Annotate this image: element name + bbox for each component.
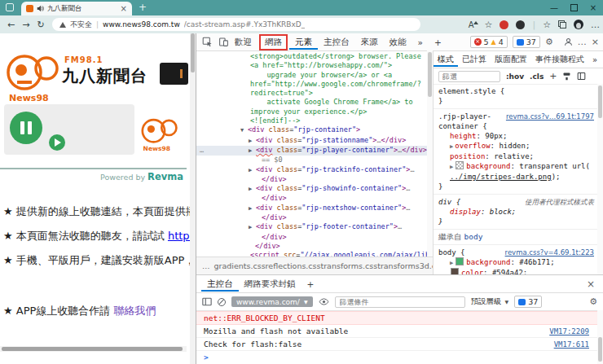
console-close-icon[interactable]: × <box>587 278 598 290</box>
errors-warnings-badge[interactable]: × 5 ▲ 4 <box>470 36 508 48</box>
css-property[interactable]: height: 90px; <box>438 131 594 141</box>
code-line[interactable]: ▶<div class="rjp-nextshow-container">… <box>196 204 427 213</box>
read-aloud-icon[interactable]: A <box>469 20 478 29</box>
devtools-close-icon[interactable]: × <box>592 37 599 47</box>
color-swatch-icon[interactable] <box>456 257 464 265</box>
console-prompt[interactable]: > <box>196 351 603 363</box>
code-line[interactable]: activate Google Chrome Frame</a> to <box>196 98 427 107</box>
inspect-element-icon[interactable] <box>202 37 213 47</box>
css-property[interactable]: position: relative; <box>438 151 594 161</box>
code-line[interactable]: improve your experience.</p> <box>196 107 427 116</box>
expand-arrow-icon[interactable]: ▶ <box>450 143 453 150</box>
color-swatch-icon[interactable] <box>451 268 459 274</box>
code-line[interactable]: <![endif]--> <box>196 116 427 125</box>
row-menu-dots-icon[interactable]: … <box>200 146 205 155</box>
devtools-tab-元素[interactable]: 元素 <box>289 34 318 50</box>
css-url-link[interactable]: ../img/stripes-dark.png <box>450 173 552 181</box>
expand-arrow-icon[interactable]: ▶ <box>450 164 453 170</box>
page-horizontal-scrollbar[interactable] <box>0 346 187 352</box>
expand-arrow-icon[interactable]: ▶ <box>450 260 453 266</box>
code-line[interactable]: ▶<div class="rjp-showinfo-container">… <box>196 184 427 194</box>
css-selector[interactable]: div { <box>438 198 460 206</box>
console-source-link[interactable]: VM17:2209 <box>549 327 596 335</box>
styles-scrollbar[interactable] <box>597 84 603 274</box>
devtools-menu-icon[interactable]: … <box>578 37 587 47</box>
transparent-swatch-icon[interactable] <box>456 161 464 169</box>
code-line[interactable]: </div> <box>196 213 427 222</box>
profile-avatar[interactable] <box>574 20 583 29</box>
css-property[interactable]: color: #594a42; <box>438 268 594 274</box>
adblock-extension-icon[interactable] <box>500 20 508 29</box>
issues-badge[interactable]: 37 <box>513 36 540 48</box>
log-level-dropdown[interactable]: 預設層級▼ <box>471 296 509 307</box>
code-line[interactable]: ▶<div class="rjp-footer-container">… <box>196 222 427 232</box>
css-property[interactable]: ▶background: transparent url( ../img/str… <box>438 161 594 182</box>
code-line[interactable]: …▶<div class="rjp-player-container">…</d… <box>196 146 427 156</box>
devtools-tab-主控台[interactable]: 主控台 <box>318 34 355 50</box>
not-secure-warning-icon[interactable] <box>59 22 66 28</box>
devtools-tab-網路[interactable]: 網路 <box>259 34 288 50</box>
devtools-tab-來源[interactable]: 來源 <box>355 34 384 50</box>
stylesheet-source-link[interactable]: revma.css?v…69.1t:1797 <box>506 112 594 121</box>
back-button[interactable]: ← <box>7 20 15 30</box>
styles-filter-input[interactable] <box>438 71 500 82</box>
page-vertical-scrollbar[interactable] <box>190 33 196 364</box>
maximize-button[interactable] <box>564 0 583 15</box>
clear-console-icon[interactable] <box>218 298 226 306</box>
code-line[interactable]: ▼<div class="rjp-container"> <box>196 125 427 135</box>
address-bar[interactable]: 不安全 | www.news98.com.tw/cast-stream.asp#… <box>52 18 420 31</box>
favorite-this-page-icon[interactable]: ☆ <box>485 20 493 30</box>
css-property[interactable]: display: block; <box>438 207 594 217</box>
code-line[interactable]: redirect=true"> <box>196 89 427 98</box>
console-settings-icon[interactable]: ⚙ <box>589 296 597 307</box>
styles-tab-版面配置[interactable]: 版面配置 <box>491 51 531 67</box>
code-line[interactable]: ▶<div class="rjp-stationname">…</div> <box>196 136 427 146</box>
code-line[interactable]: <strong>outdated</strong> browser. Pleas… <box>196 52 427 61</box>
window-close-button[interactable]: × <box>583 0 603 15</box>
device-toolbar-icon[interactable] <box>218 37 229 47</box>
code-line[interactable]: ▶<div class="rjp-trackinfo-container">… <box>196 165 427 175</box>
inline-link[interactable]: 聯絡我們 <box>114 305 156 317</box>
code-line[interactable]: <a href="http://browsehappy.com/"> <box>196 61 427 70</box>
devtools-tab-效能[interactable]: 效能 <box>384 34 412 50</box>
new-style-rule-button[interactable]: + <box>549 71 557 81</box>
tab-close-icon[interactable]: × <box>121 5 127 13</box>
paint-format-icon[interactable] <box>562 72 571 81</box>
css-selector[interactable]: body { <box>438 248 465 257</box>
browser-tab[interactable]: 九八新聞台 × <box>21 2 132 15</box>
code-line[interactable]: == $0 <box>196 156 427 164</box>
console-tab-主控台[interactable]: 主控台 <box>201 276 239 292</box>
extension-icon[interactable] <box>516 20 525 29</box>
elements-breadcrumb[interactable]: … gradients.cssreflections.csstransforms… <box>196 257 433 274</box>
console-tab-+[interactable]: + <box>302 277 320 291</box>
devtools-settings-icon[interactable]: ⚙ <box>545 37 553 47</box>
browser-menu-icon[interactable]: … <box>591 20 600 30</box>
element-classes-button[interactable]: .cls <box>530 72 544 81</box>
css-selector[interactable]: element.style { <box>438 87 504 95</box>
toggle-element-state-button[interactable]: :hov <box>506 72 524 81</box>
devtools-tab-歡迎[interactable]: 歡迎 <box>229 34 257 50</box>
revma-brand-link[interactable]: Revma <box>147 171 183 182</box>
code-line[interactable]: </div> <box>196 233 427 242</box>
code-line[interactable]: upgrade your browser</a> or <a <box>196 71 427 80</box>
tab-audio-speaker-icon[interactable] <box>37 5 44 12</box>
live-expression-eye-icon[interactable] <box>319 298 329 305</box>
feedback-icon[interactable] <box>564 37 573 46</box>
collections-icon[interactable] <box>558 20 566 29</box>
tab-actions-icon[interactable] <box>6 3 14 11</box>
css-property[interactable]: ▶background: #46b171; <box>438 257 594 268</box>
console-tab-網路要求封鎖[interactable]: 網路要求封鎖 <box>239 276 302 292</box>
computed-panel-icon[interactable] <box>577 72 586 81</box>
console-issues-badge[interactable]: 37 <box>514 296 542 308</box>
forward-button[interactable]: → <box>22 20 29 30</box>
console-scrollbar[interactable] <box>597 310 603 364</box>
css-selector[interactable]: .rjp-player-container { <box>438 112 491 130</box>
console-filter-input[interactable] <box>335 296 465 308</box>
inline-link[interactable]: http://www <box>168 230 190 242</box>
stylesheet-source-link[interactable]: revma.css?v=4.69.1t:223 <box>505 248 594 257</box>
elements-scrollbar[interactable] <box>427 50 433 257</box>
volume-button[interactable] <box>49 134 65 151</box>
code-line[interactable]: <script src="//ajax.googleapis.com/ajax/… <box>196 251 427 257</box>
ad-box[interactable] <box>160 63 188 85</box>
styles-tab-事件接聽程式[interactable]: 事件接聽程式 <box>531 51 588 67</box>
